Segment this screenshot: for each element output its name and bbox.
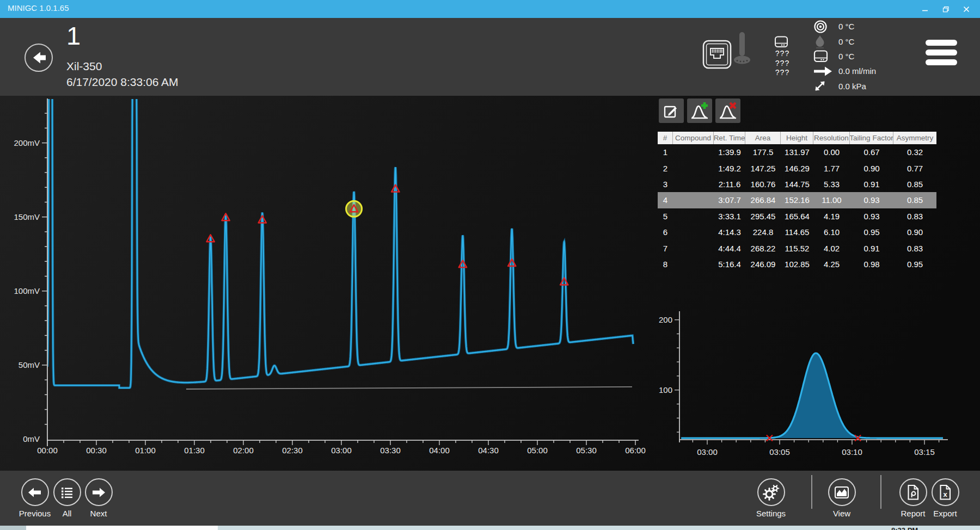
- table-cell: [673, 160, 714, 176]
- next-button[interactable]: Next: [72, 478, 125, 518]
- table-cell: 0.83: [893, 240, 936, 256]
- x-tick-label: 03:05: [769, 447, 790, 457]
- target-icon: [813, 20, 834, 34]
- peak-table-body: 11:39.9177.5131.970.000.670.3221:49.2147…: [658, 144, 936, 272]
- table-cell: 268.22: [745, 240, 781, 256]
- run-datetime: 6/17/2020 8:33:06 AM: [66, 76, 179, 89]
- run-number: 1: [66, 21, 81, 51]
- table-cell: 246.09: [745, 256, 781, 272]
- x-tick-label: 01:00: [135, 446, 156, 455]
- taskbar-clock: 8:33 PM: [891, 526, 918, 530]
- selected-peak-detail-chart[interactable]: 10020003:0003:0503:1003:15: [659, 297, 980, 460]
- unknown-value: ???: [773, 59, 792, 69]
- y-tick-label: 200mV: [14, 138, 40, 147]
- peak-table: #CompoundRet. TimeAreaHeightResolutionTa…: [658, 132, 936, 272]
- x-tick-label: 05:00: [527, 446, 548, 455]
- table-cell: 4.25: [813, 256, 850, 272]
- table-row[interactable]: 53:33.1295.45165.644.190.930.83: [658, 208, 936, 224]
- table-cell: 131.97: [781, 144, 813, 160]
- table-cell: 160.76: [745, 176, 781, 192]
- y-tick-label: 100: [659, 385, 672, 395]
- view-label: View: [833, 509, 850, 518]
- table-cell: 3: [658, 176, 673, 192]
- reading-row: 0 °C: [813, 34, 876, 48]
- area-chart-icon: [833, 484, 850, 501]
- table-cell: 0.67: [850, 144, 893, 160]
- column-header-resolution: Resolution: [813, 132, 850, 144]
- table-cell: 0.91: [850, 176, 893, 192]
- all-label: All: [63, 509, 72, 518]
- oven-icon: [774, 35, 789, 48]
- table-cell: [673, 192, 714, 208]
- x-tick-label: 00:00: [37, 446, 58, 455]
- table-cell: 224.8: [745, 224, 781, 240]
- chromatogram-chart[interactable]: 0mV50mV100mV150mV200mV00:0000:3001:0001:…: [0, 96, 656, 471]
- x-tick-label: 06:00: [625, 446, 646, 455]
- column-header-compound: Compound: [673, 132, 714, 144]
- remove-peak-button[interactable]: [715, 98, 740, 123]
- taskbar-strip: 8:33 PM: [0, 526, 980, 530]
- table-row[interactable]: 64:14.3224.8114.656.100.950.90: [658, 224, 936, 240]
- export-label: Export: [933, 509, 957, 518]
- table-cell: 1.77: [813, 160, 850, 176]
- add-peak-button[interactable]: [687, 98, 712, 123]
- ethernet-port-icon: [702, 40, 732, 69]
- edit-peak-icon: [663, 102, 680, 120]
- table-cell: [673, 256, 714, 272]
- minimize-button[interactable]: [915, 0, 935, 18]
- settings-button[interactable]: Settings: [745, 478, 797, 518]
- table-cell: 1:39.9: [714, 144, 745, 160]
- table-cell: 147.25: [745, 160, 781, 176]
- column-header-area: Area: [745, 132, 781, 144]
- view-button[interactable]: View: [816, 478, 868, 518]
- table-cell: 0.98: [850, 256, 893, 272]
- peak-area-fill: [681, 353, 944, 438]
- restore-button[interactable]: [935, 0, 956, 18]
- edit-peak-button[interactable]: [659, 98, 684, 123]
- unknown-readings: ??? ??? ???: [773, 49, 792, 78]
- table-row[interactable]: 85:16.4246.09102.854.250.980.95: [658, 256, 936, 272]
- table-cell: [673, 144, 714, 160]
- footer-divider: [811, 475, 812, 509]
- table-row[interactable]: 32:11.6160.76144.755.330.910.85: [658, 176, 936, 192]
- table-cell: 165.64: [781, 208, 813, 224]
- table-row[interactable]: 11:39.9177.5131.970.000.670.32: [658, 144, 936, 160]
- table-cell: 4.19: [813, 208, 850, 224]
- x-tick-label: 04:00: [429, 446, 450, 455]
- table-cell: 0.95: [893, 256, 936, 272]
- table-row[interactable]: 21:49.2147.25146.291.770.900.77: [658, 160, 936, 176]
- selected-peak-circle-marker[interactable]: [346, 201, 362, 217]
- table-cell: 0.77: [893, 160, 936, 176]
- table-cell: 4:44.4: [714, 240, 745, 256]
- y-tick-label: 100mV: [14, 286, 40, 295]
- x-tick-label: 02:00: [233, 446, 254, 455]
- menu-button[interactable]: [926, 40, 957, 65]
- status-value: 0 °C: [838, 37, 854, 46]
- table-cell: 114.65: [781, 224, 813, 240]
- next-arrow-icon: [89, 483, 108, 502]
- table-row[interactable]: 74:44.4268.22115.524.020.910.83: [658, 240, 936, 256]
- next-label: Next: [90, 509, 107, 518]
- svg-text:x: x: [943, 490, 947, 498]
- footer-divider: [880, 475, 881, 509]
- back-button[interactable]: [24, 44, 53, 72]
- minimize-icon: [922, 6, 928, 13]
- table-cell: 7: [658, 240, 673, 256]
- table-cell: 0.00: [813, 144, 850, 160]
- table-row[interactable]: 43:07.7266.84152.1611.000.930.85: [658, 192, 936, 208]
- peak-triangle-marker[interactable]: [560, 278, 568, 285]
- close-button[interactable]: [956, 0, 977, 18]
- y-tick-label: 0mV: [23, 434, 40, 443]
- unknown-value: ???: [773, 68, 792, 78]
- chart-toolbar: [659, 98, 740, 123]
- table-cell: 0.93: [850, 208, 893, 224]
- export-button[interactable]: x Export: [919, 478, 971, 518]
- table-cell: 295.45: [745, 208, 781, 224]
- status-readings: 0 °C 0 °C: [813, 19, 876, 94]
- oven-icon: [813, 50, 834, 63]
- y-tick-label: 150mV: [14, 212, 40, 221]
- table-cell: 11.00: [813, 192, 850, 208]
- table-cell: 0.83: [893, 208, 936, 224]
- table-cell: 177.5: [745, 144, 781, 160]
- x-tick-label: 03:00: [331, 446, 352, 455]
